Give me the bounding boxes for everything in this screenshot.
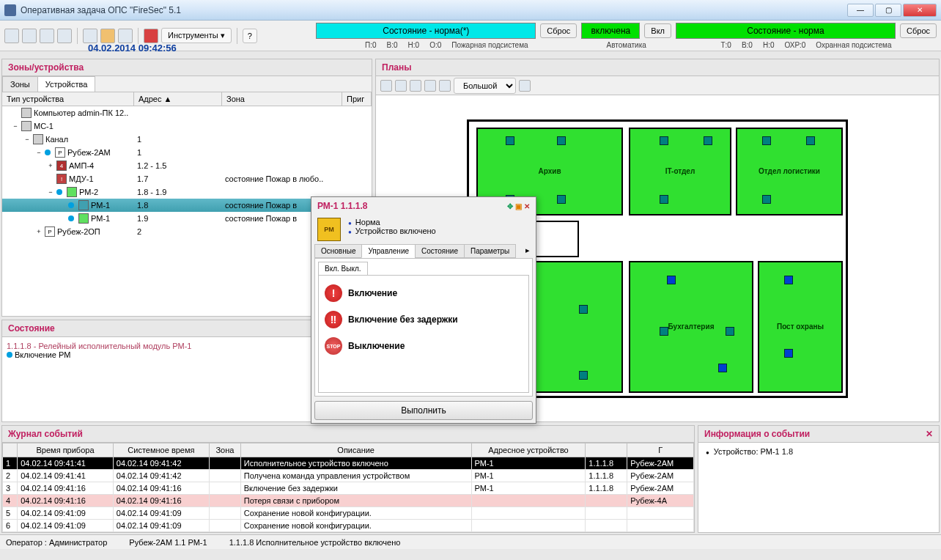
- app-icon: [4, 4, 16, 16]
- zoom-out-icon[interactable]: [410, 80, 421, 92]
- journal-title: Журнал событий: [2, 426, 694, 443]
- pm-badge-icon: РМ: [317, 218, 341, 241]
- tb-icon-3[interactable]: [40, 29, 54, 43]
- tree-row[interactable]: Компьютер admin-ПК 12..: [2, 106, 372, 119]
- plan-prev-icon[interactable]: [519, 80, 531, 92]
- room-accounting[interactable]: Бухгалтерия: [629, 261, 753, 393]
- device-dialog: РМ-1 1.1.1.8 ✥ ▣ ✕ РМ Норма Устройство в…: [311, 196, 536, 424]
- fire-counts: П:0В:0Н:0О:0 Пожарная подсистема: [365, 41, 528, 49]
- layers-icon[interactable]: [439, 80, 451, 92]
- info-title: Информация о событии✕: [698, 426, 939, 443]
- room-guard[interactable]: Пост охраны: [758, 261, 843, 393]
- tab-zones[interactable]: Зоны: [2, 76, 38, 92]
- warn-icon: ‼: [325, 311, 342, 328]
- dialog-tab-main[interactable]: Основные: [314, 244, 362, 258]
- guard-status: Состояние - норма: [676, 23, 896, 39]
- journal-header[interactable]: [3, 443, 18, 457]
- journal-header[interactable]: Системное время: [113, 443, 209, 457]
- datetime: 04.02.2014 09:42:56: [88, 43, 177, 54]
- window-titlebar: Оперативная задача ОПС "FireSec" 5.1 — ▢…: [0, 0, 941, 21]
- status-device: Рубеж-2АМ 1.1 РМ-1: [129, 538, 207, 547]
- journal-row[interactable]: 304.02.14 09:41:1604.02.14 09:41:16Включ…: [3, 482, 694, 495]
- execute-button[interactable]: Выполнить: [314, 401, 533, 420]
- fire-reset-button[interactable]: Сброс: [540, 23, 577, 38]
- tb-icon-7[interactable]: [118, 29, 133, 43]
- stop-icon: STOP: [325, 337, 342, 355]
- room-it[interactable]: IT-отдел: [629, 128, 731, 215]
- close-button[interactable]: ✕: [903, 4, 937, 17]
- zoom-fit-icon[interactable]: [380, 80, 392, 92]
- tb-icon-6[interactable]: [100, 29, 115, 43]
- zones-panel-title: Зоны/устройства: [2, 59, 372, 76]
- tb-icon-4[interactable]: [57, 29, 72, 43]
- th-zone[interactable]: Зона: [222, 92, 342, 106]
- tree-row[interactable]: !МДУ-11.7состояние Пожар в любо..: [2, 172, 372, 185]
- status-addr: 1.1.1.8 Исполнительное устройство включе…: [229, 538, 401, 547]
- info-close-icon[interactable]: ✕: [926, 429, 933, 439]
- th-addr[interactable]: Адрес ▲: [134, 92, 222, 106]
- journal-table: Время прибораСистемное времяЗонаОписание…: [2, 443, 694, 532]
- window-title: Оперативная задача ОПС "FireSec" 5.1: [21, 5, 847, 15]
- journal-header[interactable]: Зона: [210, 443, 241, 457]
- journal-header[interactable]: Описание: [240, 443, 471, 457]
- dialog-subtab[interactable]: Вкл. Выкл.: [318, 262, 368, 275]
- auto-on-button[interactable]: Вкл: [644, 23, 671, 38]
- journal-row[interactable]: 604.02.14 09:41:0904.02.14 09:41:09Сохра…: [3, 520, 694, 532]
- th-note[interactable]: Приг: [342, 92, 372, 106]
- dialog-tab-scroll-icon[interactable]: ▸: [523, 244, 533, 258]
- dialog-info-on: Устройство включено: [348, 226, 436, 235]
- dialog-maximize-icon[interactable]: ▣: [515, 202, 522, 210]
- dialog-tab-params[interactable]: Параметры: [464, 244, 516, 258]
- journal-header[interactable]: Адресное устройство: [471, 443, 586, 457]
- th-type[interactable]: Тип устройства: [2, 92, 134, 106]
- info-line: Устройство: РМ-1 1.8: [706, 447, 931, 456]
- warn-icon: !: [325, 284, 342, 302]
- plans-panel-title: Планы: [376, 59, 939, 76]
- tb-icon-2[interactable]: [22, 29, 37, 43]
- auto-status: включена: [581, 23, 640, 39]
- tree-row[interactable]: −РРубеж-2АМ1: [2, 146, 372, 159]
- journal-row[interactable]: 104.02.14 09:41:4104.02.14 09:41:42Испол…: [3, 457, 694, 470]
- journal-row[interactable]: 204.02.14 09:41:4104.02.14 09:41:42Получ…: [3, 470, 694, 482]
- dialog-tab-control[interactable]: Управление: [361, 244, 416, 258]
- statusbar: Оператор : Администратор Рубеж-2АМ 1.1 Р…: [0, 534, 941, 549]
- dialog-pin-icon[interactable]: ✥: [507, 202, 513, 210]
- tb-icon-5[interactable]: [83, 29, 97, 43]
- auto-sub: Автоматика: [606, 41, 646, 49]
- help-button[interactable]: ?: [243, 29, 257, 43]
- status-operator: Оператор : Администратор: [6, 538, 107, 547]
- dialog-info-norm: Норма: [348, 218, 436, 226]
- fire-status: Состояние - норма(*): [316, 23, 536, 39]
- dialog-close-icon[interactable]: ✕: [524, 202, 530, 210]
- journal-header[interactable]: Г: [627, 443, 694, 457]
- action-turn-on-nodelay[interactable]: ‼Включение без задержки: [323, 306, 524, 333]
- select-icon[interactable]: [424, 80, 436, 92]
- zoom-in-icon[interactable]: [395, 80, 407, 92]
- tree-row[interactable]: −Канал1: [2, 133, 372, 146]
- tree-row[interactable]: +4АМП-41.2 - 1.5: [2, 159, 372, 172]
- journal-row[interactable]: 504.02.14 09:41:0904.02.14 09:41:09Сохра…: [3, 507, 694, 520]
- journal-header[interactable]: [586, 443, 627, 457]
- action-turn-on[interactable]: !Включение: [323, 280, 524, 306]
- tab-devices[interactable]: Устройства: [37, 76, 96, 92]
- tb-icon-stop[interactable]: [144, 29, 158, 43]
- journal-row[interactable]: 404.02.14 09:41:1604.02.14 09:41:16Потер…: [3, 495, 694, 507]
- dialog-tab-status[interactable]: Состояние: [415, 244, 465, 258]
- guard-reset-button[interactable]: Сброс: [900, 23, 937, 38]
- room-logistics[interactable]: Отдел логистики: [736, 128, 843, 215]
- dialog-title: РМ-1 1.1.1.8: [317, 201, 368, 211]
- zoom-select[interactable]: Большой: [454, 78, 516, 94]
- tree-row[interactable]: −МС-1: [2, 119, 372, 133]
- guard-counts: Т:0В:0Н:0ОХР:0 Охранная подсистема: [720, 41, 891, 49]
- maximize-button[interactable]: ▢: [875, 4, 901, 17]
- minimize-button[interactable]: —: [847, 4, 874, 17]
- journal-header[interactable]: Время прибора: [18, 443, 114, 457]
- instruments-dropdown[interactable]: Инструменты ▾: [161, 28, 232, 43]
- action-turn-off[interactable]: STOPВыключение: [323, 333, 524, 359]
- tb-icon-1[interactable]: [4, 29, 19, 43]
